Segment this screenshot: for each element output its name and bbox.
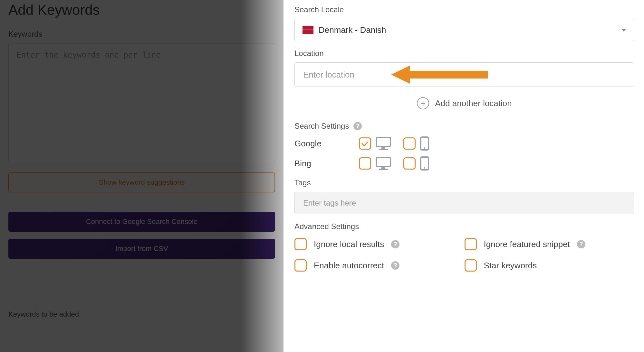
tags-label: Tags: [294, 178, 634, 187]
search-locale-dropdown[interactable]: Denmark - Danish: [294, 19, 634, 41]
location-input[interactable]: [294, 62, 634, 87]
google-desktop-checkbox[interactable]: [359, 137, 371, 150]
ignore-snippet-label: Ignore featured snippet: [484, 239, 570, 249]
svg-rect-2: [381, 147, 385, 149]
bing-row: Bing: [294, 156, 634, 171]
help-icon[interactable]: ?: [353, 122, 362, 130]
help-icon[interactable]: ?: [391, 261, 399, 270]
advanced-settings-label: Advanced Settings: [294, 222, 634, 231]
svg-rect-8: [379, 169, 388, 170]
ignore-snippet-checkbox[interactable]: [465, 238, 477, 250]
svg-rect-3: [379, 149, 388, 150]
tags-input[interactable]: [294, 192, 634, 214]
search-locale-label: Search Locale: [294, 5, 634, 14]
connect-gsc-button[interactable]: Connect to Google Search Console: [8, 212, 275, 232]
ignore-local-checkbox[interactable]: [294, 238, 307, 250]
help-icon[interactable]: ?: [391, 240, 399, 248]
svg-rect-6: [376, 157, 390, 166]
autocorrect-label: Enable autocorrect: [314, 261, 384, 271]
flag-denmark-icon: [303, 26, 313, 34]
chevron-down-icon: [621, 29, 626, 32]
google-label: Google: [294, 139, 359, 149]
plus-icon: +: [417, 97, 429, 109]
show-suggestions-button[interactable]: Show keyword suggestions: [8, 172, 275, 192]
star-keywords-label: Star keywords: [484, 261, 537, 271]
import-csv-button[interactable]: Import from CSV: [8, 239, 275, 259]
google-row: Google: [294, 136, 634, 151]
location-label: Location: [294, 49, 634, 58]
to-be-added-label: Keywords to be added:: [8, 310, 275, 319]
svg-point-5: [424, 147, 425, 149]
desktop-icon: [376, 137, 391, 150]
bing-mobile-checkbox[interactable]: [403, 157, 416, 170]
ignore-local-label: Ignore local results: [314, 239, 384, 249]
mobile-icon: [420, 136, 429, 151]
page-title: Add Keywords: [8, 2, 275, 18]
autocorrect-checkbox[interactable]: [294, 259, 307, 272]
desktop-icon: [376, 157, 391, 170]
svg-point-10: [424, 167, 425, 169]
add-location-button[interactable]: + Add another location: [294, 94, 634, 117]
bing-label: Bing: [294, 159, 359, 169]
keywords-textarea[interactable]: [8, 43, 275, 162]
add-location-label: Add another location: [435, 98, 512, 108]
star-keywords-checkbox[interactable]: [465, 259, 477, 272]
mobile-icon: [420, 156, 429, 171]
keywords-label: Keywords: [8, 30, 275, 39]
search-settings-label: Search Settings: [294, 122, 349, 131]
svg-rect-1: [376, 137, 390, 146]
svg-rect-7: [381, 167, 385, 169]
search-locale-value: Denmark - Danish: [319, 25, 386, 35]
help-icon[interactable]: ?: [577, 240, 585, 248]
right-panel: Search Locale Denmark - Danish Location …: [284, 0, 644, 352]
bing-desktop-checkbox[interactable]: [359, 157, 371, 170]
left-panel: Add Keywords Keywords Show keyword sugge…: [0, 0, 284, 352]
google-mobile-checkbox[interactable]: [403, 137, 416, 150]
